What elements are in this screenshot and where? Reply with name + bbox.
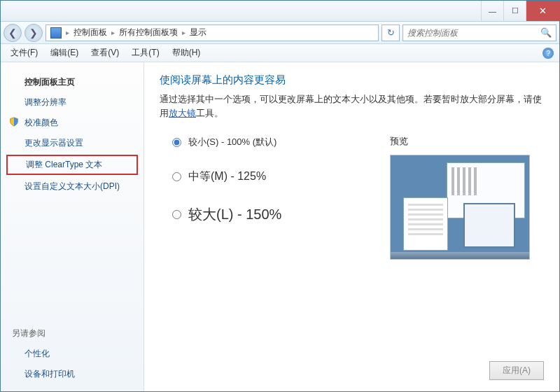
preview-label: 预览 — [390, 136, 544, 148]
size-radio-group: 较小(S) - 100% (默认) 中等(M) - 125% 较大(L) - 1… — [160, 136, 369, 260]
close-button[interactable]: ✕ — [526, 1, 559, 21]
sidebar-devices-printers[interactable]: 设备和打印机 — [1, 364, 144, 384]
chevron-right-icon: ▸ — [66, 29, 69, 36]
sidebar: 控制面板主页 调整分辨率 校准颜色 更改显示器设置 调整 ClearType 文… — [1, 62, 144, 391]
sidebar-spacer — [1, 197, 144, 323]
chevron-right-icon: ▸ — [111, 29, 115, 36]
maximize-button[interactable]: ☐ — [503, 1, 526, 21]
sidebar-calibrate-color[interactable]: 校准颜色 — [1, 113, 144, 133]
content-pane: 使阅读屏幕上的内容更容易 通过选择其中一个选项，可以更改屏幕上的文本大小以及其他… — [144, 62, 559, 391]
forward-button[interactable]: ❯ — [24, 24, 43, 42]
magnifier-link[interactable]: 放大镜 — [169, 108, 196, 118]
preview-column: 预览 — [390, 136, 544, 260]
radio-smaller-label: 较小(S) - 100% (默认) — [188, 136, 276, 148]
search-icon[interactable]: 🔍 — [540, 27, 552, 38]
sidebar-home[interactable]: 控制面板主页 — [1, 72, 144, 92]
radio-smaller-input[interactable] — [172, 138, 181, 147]
preview-taskbar-icon — [391, 252, 529, 259]
radio-medium-input[interactable] — [172, 172, 181, 181]
back-button[interactable]: ❮ — [4, 24, 22, 42]
search-box[interactable]: 🔍 — [402, 24, 556, 41]
help-icon[interactable]: ? — [542, 48, 554, 59]
control-panel-window: — ☐ ✕ ❮ ❯ ▸ 控制面板 ▸ 所有控制面板项 ▸ 显示 ↻ 🔍 文件(F… — [0, 0, 560, 392]
breadcrumb-mid[interactable]: 所有控制面板项 — [119, 27, 178, 38]
apply-row: 应用(A) — [160, 347, 544, 380]
sidebar-custom-dpi[interactable]: 设置自定义文本大小(DPI) — [1, 176, 144, 197]
desc-suffix: 工具。 — [196, 108, 223, 118]
minimize-button[interactable]: — — [481, 1, 503, 21]
options-row: 较小(S) - 100% (默认) 中等(M) - 125% 较大(L) - 1… — [160, 136, 544, 260]
menu-edit[interactable]: 编辑(E) — [45, 45, 84, 61]
refresh-button[interactable]: ↻ — [382, 24, 400, 41]
apply-button[interactable]: 应用(A) — [489, 361, 544, 380]
control-panel-icon — [50, 27, 62, 38]
preview-window-icon — [403, 197, 448, 251]
radio-medium[interactable]: 中等(M) - 125% — [172, 169, 369, 184]
menu-bar: 文件(F) 编辑(E) 查看(V) 工具(T) 帮助(H) ? — [1, 44, 559, 62]
sidebar-see-also-heading: 另请参阅 — [1, 323, 144, 344]
preview-window-icon — [463, 203, 515, 248]
menu-file[interactable]: 文件(F) — [5, 45, 43, 61]
shield-icon — [9, 117, 19, 127]
radio-larger[interactable]: 较大(L) - 150% — [172, 205, 369, 224]
search-input[interactable] — [407, 28, 540, 38]
sidebar-adjust-resolution[interactable]: 调整分辨率 — [1, 92, 144, 113]
radio-smaller[interactable]: 较小(S) - 100% (默认) — [172, 136, 369, 148]
preview-thumbnail — [390, 155, 530, 260]
window-body: 控制面板主页 调整分辨率 校准颜色 更改显示器设置 调整 ClearType 文… — [1, 62, 559, 391]
menu-tools[interactable]: 工具(T) — [126, 45, 164, 61]
menu-help[interactable]: 帮助(H) — [167, 45, 206, 61]
sidebar-cleartype[interactable]: 调整 ClearType 文本 — [6, 155, 138, 175]
breadcrumb-leaf[interactable]: 显示 — [190, 27, 206, 38]
navigation-bar: ❮ ❯ ▸ 控制面板 ▸ 所有控制面板项 ▸ 显示 ↻ 🔍 — [1, 22, 559, 44]
radio-larger-label: 较大(L) - 150% — [188, 205, 281, 224]
sidebar-change-display[interactable]: 更改显示器设置 — [1, 133, 144, 153]
menu-view[interactable]: 查看(V) — [85, 45, 125, 61]
breadcrumb-root[interactable]: 控制面板 — [74, 27, 107, 38]
window-titlebar: — ☐ ✕ — [1, 1, 559, 22]
radio-larger-input[interactable] — [172, 210, 181, 219]
sidebar-calibrate-color-label: 校准颜色 — [24, 118, 58, 127]
sidebar-personalization[interactable]: 个性化 — [1, 344, 144, 364]
page-title: 使阅读屏幕上的内容更容易 — [160, 74, 544, 87]
radio-medium-label: 中等(M) - 125% — [188, 169, 266, 184]
chevron-right-icon: ▸ — [182, 29, 186, 36]
page-description: 通过选择其中一个选项，可以更改屏幕上的文本大小以及其他项。若要暂时放大部分屏幕，… — [160, 92, 544, 120]
address-bar[interactable]: ▸ 控制面板 ▸ 所有控制面板项 ▸ 显示 — [46, 24, 379, 41]
